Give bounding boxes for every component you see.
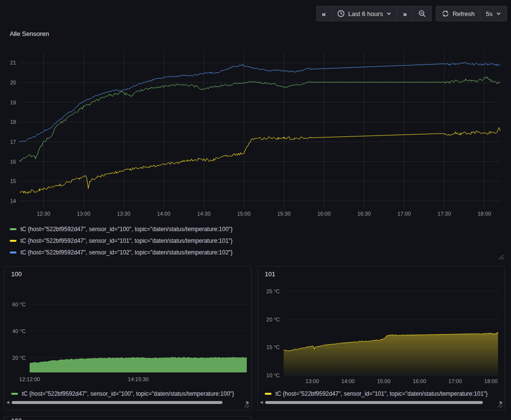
svg-text:12:12:00: 12:12:00 [19, 376, 40, 382]
svg-text:15:30: 15:30 [277, 211, 291, 217]
legend-scrollbar: ◀ ▶ [6, 400, 249, 405]
legend-item-sensor-100[interactable]: tC {host="522bf9592d47", sensor_id="100"… [11, 389, 248, 398]
svg-text:16:00: 16:00 [413, 378, 426, 384]
time-toolbar: « Last 6 hours » [316, 6, 508, 21]
svg-text:21: 21 [10, 60, 16, 66]
svg-text:18:00: 18:00 [484, 378, 498, 384]
svg-text:17: 17 [10, 139, 16, 145]
chevron-down-icon [496, 11, 501, 17]
clock-icon [337, 10, 345, 17]
legend-item-sensor-102[interactable]: tC {host="522bf9592d47", sensor_id="102"… [10, 247, 233, 258]
scroll-left-icon[interactable]: ◀ [260, 401, 263, 404]
svg-text:15: 15 [10, 178, 16, 184]
series-color-dash [10, 228, 17, 230]
svg-text:20 °C: 20 °C [12, 355, 26, 361]
time-shift-back-button[interactable]: « [316, 6, 332, 21]
series-color-dash [10, 252, 17, 253]
scroll-left-icon[interactable]: ◀ [6, 401, 9, 404]
panel-alle-sensoren: Alle Sensoren 12:3013:0013:3014:0014:301… [0, 25, 511, 264]
scrollbar-track[interactable] [11, 401, 245, 404]
time-shift-forward-button[interactable]: » [397, 6, 412, 21]
svg-text:13:00: 13:00 [306, 378, 319, 384]
svg-text:18: 18 [10, 119, 16, 125]
svg-text:13:00: 13:00 [77, 211, 90, 217]
series-color-dash [265, 393, 272, 395]
legend-label: tC {host="522bf9592d47", sensor_id="100"… [22, 390, 234, 397]
panel-resize-handle[interactable] [497, 253, 504, 260]
svg-text:10 °C: 10 °C [266, 372, 280, 378]
svg-text:20: 20 [10, 80, 16, 85]
panel-resize-handle[interactable] [496, 402, 503, 408]
svg-text:14:30: 14:30 [197, 211, 211, 217]
grafana-dashboard: « Last 6 hours » [0, 0, 511, 420]
svg-text:15:00: 15:00 [237, 211, 251, 217]
svg-text:14:00: 14:00 [157, 211, 170, 217]
bottom-panel-row: 100 12:12:0014:15:3020 °C40 °C60 °C tC {… [4, 266, 505, 410]
legend-item-sensor-101[interactable]: tC {host="522bf9592d47", sensor_id="101"… [265, 389, 502, 398]
svg-text:17:00: 17:00 [397, 211, 411, 217]
refresh-group: Refresh 5s [436, 6, 507, 21]
scrollbar-track[interactable] [264, 401, 498, 404]
alle-sensoren-chart[interactable]: 12:3013:0013:3014:0014:3015:0015:3016:00… [0, 46, 511, 221]
refresh-interval-value: 5s [486, 10, 493, 17]
svg-text:14:15:30: 14:15:30 [128, 376, 149, 382]
time-range-picker-button[interactable]: Last 6 hours [331, 6, 398, 21]
sensor-100-chart[interactable]: 12:12:0014:15:3020 °C40 °C60 °C [4, 276, 251, 389]
legend-item-sensor-100[interactable]: tC {host="522bf9592d47", sensor_id="100"… [10, 223, 233, 235]
legend-label: tC {host="522bf9592d47", sensor_id="100"… [20, 226, 233, 233]
panel-title[interactable]: Alle Sensoren [10, 30, 49, 37]
svg-text:17:30: 17:30 [438, 211, 451, 217]
scrollbar-thumb[interactable] [12, 401, 222, 404]
double-chevron-left-icon: « [322, 10, 326, 17]
refresh-interval-dropdown[interactable]: 5s [480, 6, 507, 21]
svg-text:40 °C: 40 °C [12, 328, 26, 334]
double-chevron-right-icon: » [403, 10, 407, 17]
svg-text:20 °C: 20 °C [266, 317, 280, 322]
svg-text:17:00: 17:00 [448, 378, 462, 384]
magnifier-minus-icon [418, 10, 426, 17]
panel-sensor-102-partial: 102 [4, 416, 252, 420]
refresh-button[interactable]: Refresh [436, 6, 481, 21]
svg-text:18:00: 18:00 [477, 211, 491, 217]
panel-resize-handle[interactable] [243, 402, 250, 408]
chevron-down-icon [386, 11, 392, 17]
zoom-out-time-button[interactable] [412, 6, 432, 21]
svg-text:15:00: 15:00 [377, 378, 391, 384]
svg-text:15 °C: 15 °C [266, 344, 280, 350]
scrollbar-thumb[interactable] [265, 401, 483, 404]
svg-text:19: 19 [10, 100, 16, 105]
refresh-label: Refresh [453, 10, 475, 17]
panel-sensor-100: 100 12:12:0014:15:3020 °C40 °C60 °C tC {… [4, 266, 252, 410]
svg-text:60 °C: 60 °C [12, 302, 26, 307]
time-range-group: « Last 6 hours » [316, 6, 432, 21]
legend-item-sensor-101[interactable]: tC {host="522bf9592d47", sensor_id="101"… [10, 235, 233, 247]
legend-label: tC {host="522bf9592d47", sensor_id="101"… [20, 237, 233, 244]
sensor-101-chart[interactable]: 13:0014:0015:0016:0017:0018:0010 °C15 °C… [258, 276, 505, 389]
svg-text:16: 16 [10, 159, 16, 165]
time-range-label: Last 6 hours [348, 10, 383, 17]
sync-icon [442, 10, 449, 17]
svg-text:13:30: 13:30 [117, 211, 131, 217]
panel-sensor-101: 101 13:0014:0015:0016:0017:0018:0010 °C1… [257, 266, 505, 410]
panel-title[interactable]: 102 [11, 417, 22, 420]
legend-label: tC {host="522bf9592d47", sensor_id="102"… [20, 249, 233, 256]
svg-text:16:00: 16:00 [317, 211, 331, 217]
svg-text:16:30: 16:30 [358, 211, 371, 217]
svg-text:14:00: 14:00 [341, 378, 355, 384]
legend-scrollbar: ◀ ▶ [260, 400, 503, 405]
svg-text:14: 14 [10, 198, 16, 204]
svg-text:25 °C: 25 °C [266, 288, 280, 294]
legend-label: tC {host="522bf9592d47", sensor_id="101"… [275, 390, 488, 397]
svg-text:12:30: 12:30 [37, 211, 51, 217]
series-color-dash [11, 393, 18, 395]
series-color-dash [10, 240, 17, 242]
legend: tC {host="522bf9592d47", sensor_id="100"… [10, 223, 233, 258]
